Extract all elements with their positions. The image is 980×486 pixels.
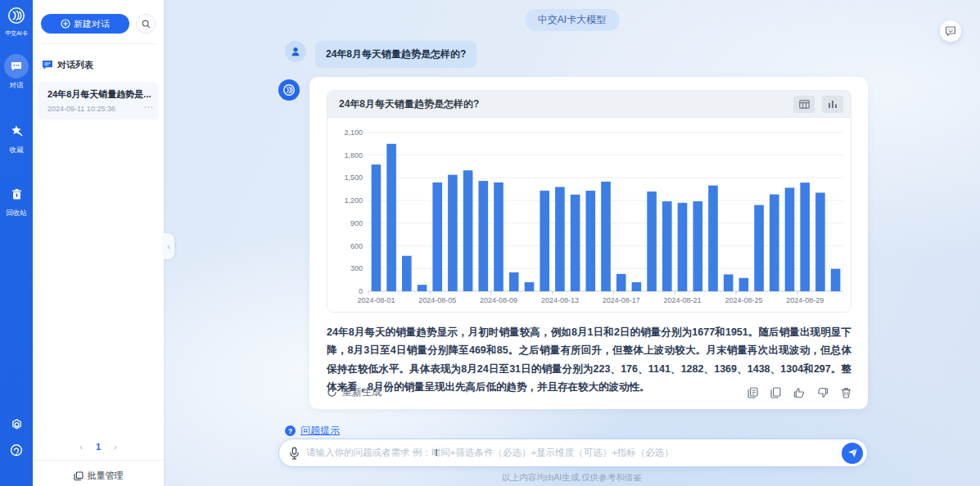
user-message-row: 24年8月每天销量趋势是怎样的? [285, 41, 476, 68]
chart-title: 24年8月每天销量趋势是怎样的? [339, 97, 786, 111]
delete-button[interactable] [841, 387, 851, 398]
rail-item-label: 回收站 [0, 209, 33, 218]
support-button[interactable] [0, 443, 33, 461]
trash-icon [841, 387, 851, 398]
rail-item-recycle-bin[interactable]: 回收站 [0, 182, 33, 218]
app-logo: 中交AI卡 [0, 7, 33, 38]
headset-icon [9, 443, 24, 458]
pagination: ‹ 1 › [33, 442, 164, 452]
thumbs-down-icon [817, 387, 829, 398]
regenerate-button[interactable]: 重新生成 [327, 385, 382, 399]
question-mark-icon: ? [285, 425, 296, 436]
svg-text:2024-08-25: 2024-08-25 [725, 296, 762, 304]
assistant-avatar [278, 79, 300, 101]
thumbs-down-button[interactable] [817, 387, 829, 398]
svg-text:600: 600 [350, 242, 363, 250]
person-icon [290, 46, 301, 57]
copy-button[interactable] [770, 387, 781, 398]
rail-item-label: 对话 [0, 81, 33, 91]
prev-page-icon[interactable]: ‹ [79, 442, 83, 452]
panel-collapse-handle[interactable]: ‹ [163, 233, 174, 259]
refresh-icon [327, 387, 337, 398]
thumbs-up-button[interactable] [793, 387, 805, 398]
trash-bin-icon [4, 182, 29, 206]
star-collect-icon [4, 119, 29, 143]
send-button[interactable] [842, 443, 863, 464]
svg-text:2024-08-09: 2024-08-09 [480, 296, 517, 304]
batch-manage-label: 批量管理 [88, 470, 124, 482]
message-input-placeholder: 请输入你的问题或者需求 例：时间+筛选条件（必选）+显示维度（可选）+指标（必选… [306, 447, 842, 459]
svg-text:2024-08-17: 2024-08-17 [603, 296, 640, 304]
svg-text:2,100: 2,100 [344, 128, 363, 137]
svg-text:2024-08-29: 2024-08-29 [786, 296, 824, 304]
svg-text:2024-08-05: 2024-08-05 [418, 296, 456, 304]
bar-chart-svg: 03006009001,2001,5001,8002,1002024-08-01… [329, 121, 851, 311]
settings-button[interactable] [0, 417, 33, 434]
table-view-button[interactable] [793, 96, 815, 113]
chat-main: 中交AI卡大模型 24年8月每天销量趋势是怎样的? 24年8月每天销量趋势是怎样… [164, 0, 980, 486]
svg-text:300: 300 [350, 264, 363, 272]
app-name: 中交AI卡 [2, 29, 32, 37]
rail-item-chat[interactable]: 对话 [0, 54, 33, 91]
new-chat-button[interactable]: 新建对话 [41, 14, 129, 34]
gear-icon [10, 417, 24, 431]
question-hints-label: 问题提示 [300, 424, 340, 438]
message-input-bar[interactable]: 请输入你的问题或者需求 例：时间+筛选条件（必选）+显示维度（可选）+指标（必选… [278, 439, 868, 467]
divider [33, 460, 164, 461]
collapse-icon: ‹ [167, 242, 169, 251]
chat-bubble-icon [4, 54, 29, 79]
more-options-icon[interactable]: ⋯ [143, 101, 154, 113]
thumbs-up-icon [793, 387, 805, 398]
divider [41, 43, 156, 44]
rail-item-label: 收藏 [0, 146, 33, 155]
nav-rail: 中交AI卡 对话 收藏 回收站 [0, 0, 33, 486]
copy-stack-icon [74, 471, 84, 481]
feedback-floating-button[interactable] [940, 20, 961, 42]
model-badge: 中交AI卡大模型 [525, 9, 619, 31]
batch-manage-button[interactable]: 批量管理 [33, 470, 164, 482]
svg-text:2024-08-13: 2024-08-13 [541, 296, 579, 304]
conversation-item[interactable]: 24年8月每天销量趋势是... 2024-09-11 10:25:36 ⋯ [38, 82, 159, 119]
conversation-list-title: 对话列表 [57, 59, 93, 71]
plus-circle-icon [61, 19, 70, 29]
svg-text:2024-08-01: 2024-08-01 [357, 296, 395, 304]
conversation-panel: 新建对话 对话列表 24年8月每天销量趋势是... 2024-09-11 10:… [33, 0, 164, 486]
microphone-icon[interactable] [289, 447, 300, 460]
brand-swirl-icon [7, 7, 25, 25]
brand-swirl-icon [282, 83, 296, 97]
ai-disclaimer: 以上内容均由AI生成,仅供参考和借鉴 [164, 472, 980, 484]
copy-icon [770, 387, 781, 398]
text-cursor: I [435, 447, 438, 459]
chat-list-icon [42, 60, 53, 70]
conversation-timestamp: 2024-09-11 10:25:36 [47, 105, 154, 113]
question-hints-link[interactable]: ? 问题提示 [285, 424, 340, 438]
search-button[interactable] [136, 14, 156, 34]
regenerate-label: 重新生成 [342, 385, 382, 399]
chart-view-button[interactable] [822, 96, 843, 113]
rail-item-favorites[interactable]: 收藏 [0, 119, 33, 155]
copy-document-icon [747, 387, 758, 398]
copy-text-button[interactable] [747, 387, 758, 398]
user-avatar [285, 41, 306, 62]
svg-text:1,500: 1,500 [344, 173, 363, 182]
svg-text:1,200: 1,200 [344, 196, 363, 205]
table-icon [799, 100, 810, 109]
svg-text:900: 900 [350, 219, 363, 227]
svg-text:1,800: 1,800 [344, 151, 363, 160]
chart-panel-header: 24年8月每天销量趋势是怎样的? [327, 91, 851, 118]
chart-panel: 24年8月每天销量趋势是怎样的? 03006009001,2001,5001,8… [327, 90, 851, 313]
answer-footer: 重新生成 [327, 385, 851, 399]
bar-chart-icon [828, 100, 838, 109]
answer-card: 24年8月每天销量趋势是怎样的? 03006009001,2001,5001,8… [309, 77, 868, 409]
user-message-bubble: 24年8月每天销量趋势是怎样的? [315, 41, 476, 68]
current-page[interactable]: 1 [96, 442, 101, 452]
smiley-chat-icon [945, 25, 956, 37]
new-chat-label: 新建对话 [74, 18, 110, 30]
conversation-title: 24年8月每天销量趋势是... [47, 88, 154, 101]
svg-text:2024-08-21: 2024-08-21 [663, 296, 701, 304]
paper-plane-icon [847, 448, 858, 458]
bar-chart: 03006009001,2001,5001,8002,1002024-08-01… [327, 118, 851, 312]
conversation-list-header: 对话列表 [42, 59, 93, 71]
next-page-icon[interactable]: › [114, 442, 117, 452]
search-icon [142, 20, 151, 29]
